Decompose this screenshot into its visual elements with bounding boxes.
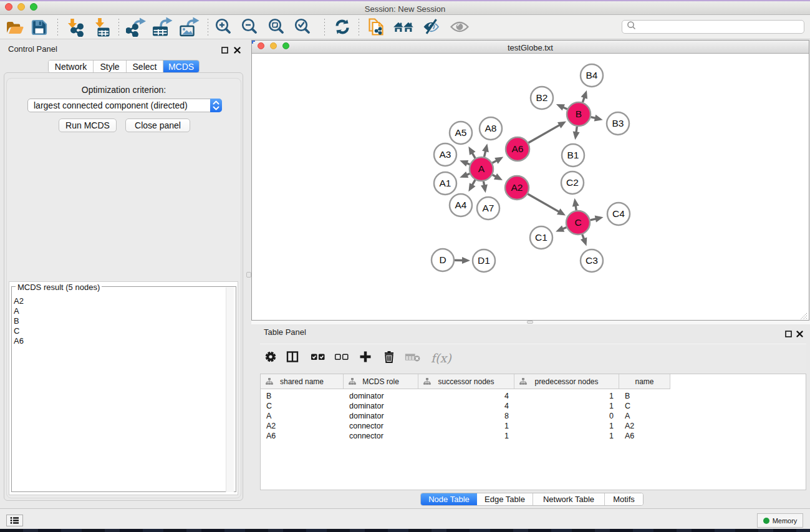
open-session-button[interactable] [4, 17, 24, 37]
result-item[interactable]: C [14, 326, 24, 336]
tab-style[interactable]: Style [94, 60, 127, 72]
vertical-split-handle[interactable] [246, 272, 251, 278]
graph-node-C1[interactable]: C1 [530, 226, 552, 249]
table-float-panel-icon[interactable] [785, 329, 792, 340]
tab-mcds[interactable]: MCDS [163, 60, 199, 72]
zoom-out-button[interactable] [239, 17, 259, 37]
svg-text:B1: B1 [567, 150, 579, 160]
close-panel-icon[interactable] [234, 45, 241, 56]
close-panel-button[interactable]: Close panel [125, 118, 190, 132]
graph-node-D[interactable]: D [432, 249, 454, 271]
delete-column-button[interactable] [382, 349, 397, 367]
result-scrollbar[interactable] [226, 288, 234, 492]
network-canvas[interactable]: B4B2BB3A8A5A6A3B1AA1C2A2A4A7C4CC1C3DD1 [252, 54, 809, 320]
cell: dominator [344, 411, 418, 421]
zoom-selected-button[interactable] [292, 17, 312, 37]
function-builder-button[interactable]: f(x) [430, 349, 457, 369]
table-options-button[interactable] [263, 349, 278, 367]
show-all-button[interactable] [393, 22, 413, 32]
toolbar-separator [118, 19, 119, 36]
control-panel: Control Panel NetworkStyleSelectMCDS Opt… [0, 39, 248, 510]
cell: A [261, 411, 344, 421]
result-item[interactable]: A2 [14, 296, 24, 306]
deselect-all-button[interactable] [334, 349, 350, 367]
column-header-shared-name[interactable]: shared name [261, 374, 344, 389]
graph-node-A4[interactable]: A4 [450, 194, 472, 216]
graph-node-B4[interactable]: B4 [581, 64, 603, 87]
memory-button[interactable]: Memory [757, 513, 803, 528]
column-visibility-button[interactable] [285, 349, 300, 367]
tab-network[interactable]: Network [49, 60, 94, 72]
hide-selected-button[interactable] [422, 17, 441, 37]
table-row[interactable]: Bdominator41B [261, 391, 806, 401]
column-header-MCDS-role[interactable]: MCDS role [344, 374, 418, 389]
table-row[interactable]: Adominator80A [261, 411, 806, 421]
graph-node-C2[interactable]: C2 [561, 172, 584, 194]
graph-node-A6[interactable]: A6 [506, 137, 529, 161]
column-header-predecessor-nodes[interactable]: predecessor nodes [514, 374, 619, 389]
tab-motifs[interactable]: Motifs [605, 493, 643, 505]
cell: dominator [344, 401, 418, 411]
graph-node-B1[interactable]: B1 [562, 144, 584, 167]
table-close-panel-icon[interactable] [796, 329, 803, 340]
graph-node-B[interactable]: B [567, 102, 591, 126]
mcds-result-list[interactable]: A2ABCA6 [14, 296, 24, 346]
tab-network-table[interactable]: Network Table [533, 493, 605, 505]
run-mcds-button[interactable]: Run MCDS [59, 118, 117, 132]
table-row[interactable]: A2connector11A2 [261, 421, 806, 431]
import-table-button[interactable] [92, 17, 112, 37]
select-all-button[interactable] [310, 349, 326, 367]
table-row[interactable]: Cdominator41C [261, 401, 806, 411]
toolbar-separator [57, 19, 58, 36]
optimization-criterion-label: Optimization criterion: [0, 85, 248, 95]
optimization-criterion-select[interactable]: largest connected component (directed) [27, 99, 222, 112]
graph-node-C[interactable]: C [566, 211, 590, 235]
show-hidden-button[interactable] [450, 17, 470, 37]
resize-grip-icon[interactable] [800, 311, 808, 319]
graph-node-B2[interactable]: B2 [531, 87, 553, 109]
graph-node-D1[interactable]: D1 [473, 249, 495, 272]
graph-node-A[interactable]: A [470, 157, 493, 181]
graph-node-A8[interactable]: A8 [480, 117, 502, 140]
graph-node-C4[interactable]: C4 [607, 203, 630, 225]
export-table-button[interactable] [151, 17, 175, 37]
svg-text:A5: A5 [455, 127, 467, 138]
graph-node-C3[interactable]: C3 [581, 249, 603, 272]
graph-node-A1[interactable]: A1 [434, 172, 456, 195]
save-session-button[interactable] [29, 17, 49, 37]
tab-node-table[interactable]: Node Table [421, 493, 477, 505]
graph-node-B3[interactable]: B3 [607, 112, 629, 135]
svg-text:B: B [576, 109, 582, 119]
result-item[interactable]: B [14, 316, 24, 326]
graph-node-A2[interactable]: A2 [505, 176, 529, 200]
horizontal-split-handle[interactable] [527, 321, 533, 324]
table-panel-title: Table Panel [264, 327, 306, 337]
result-item[interactable]: A [14, 306, 24, 316]
graph-node-A5[interactable]: A5 [450, 122, 472, 144]
export-network-button[interactable] [126, 17, 147, 37]
float-panel-icon[interactable] [221, 45, 228, 56]
column-header-name[interactable]: name [619, 374, 670, 389]
clone-network-button[interactable] [367, 17, 387, 37]
network-window-titlebar[interactable]: testGlobe.txt [252, 41, 809, 54]
task-history-button[interactable] [6, 515, 23, 526]
table-row[interactable]: A6connector11A6 [261, 431, 806, 441]
cell: B [261, 391, 344, 401]
cell: A6 [619, 431, 670, 441]
search-input[interactable] [637, 21, 804, 32]
delete-table-button[interactable] [405, 349, 421, 367]
refresh-view-button[interactable] [332, 17, 352, 37]
result-item[interactable]: A6 [14, 336, 24, 346]
graph-node-A7[interactable]: A7 [477, 197, 499, 220]
svg-text:A1: A1 [440, 178, 451, 188]
export-image-button[interactable] [179, 17, 201, 37]
graph-node-A3[interactable]: A3 [434, 143, 456, 166]
zoom-fit-button[interactable] [266, 17, 286, 37]
zoom-in-button[interactable] [213, 17, 233, 37]
add-column-button[interactable] [358, 349, 373, 367]
search-box[interactable] [622, 20, 804, 34]
tab-edge-table[interactable]: Edge Table [477, 493, 533, 505]
import-network-button[interactable] [65, 17, 85, 37]
tab-select[interactable]: Select [127, 60, 163, 72]
column-header-successor-nodes[interactable]: successor nodes [418, 374, 514, 389]
